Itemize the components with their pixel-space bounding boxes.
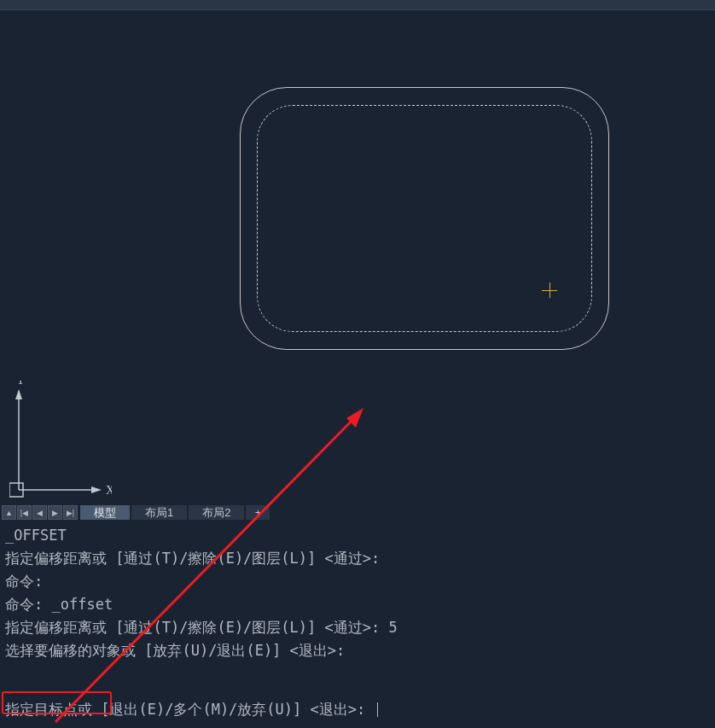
tab-nav-first[interactable]: |◀ <box>17 505 32 520</box>
ucs-x-label: X <box>106 484 112 497</box>
cmd-history-line: 指定偏移距离或 [通过(T)/擦除(E)/图层(L)] <通过>: <box>5 547 710 570</box>
title-bar-fragment <box>0 0 715 10</box>
tab-model[interactable]: 模型 <box>80 505 130 520</box>
cmd-history-line: _OFFSET <box>5 524 710 547</box>
svg-marker-3 <box>91 486 102 493</box>
drawing-canvas[interactable]: Y X <box>0 10 715 504</box>
command-history[interactable]: _OFFSET 指定偏移距离或 [通过(T)/擦除(E)/图层(L)] <通过>… <box>0 521 715 690</box>
tab-layout1[interactable]: 布局1 <box>131 505 187 520</box>
svg-marker-6 <box>346 408 363 428</box>
tab-add-button[interactable]: + <box>246 505 270 520</box>
command-input[interactable]: 指定目标点或 [退出(E)/多个(M)/放弃(U)] <退出>: <box>0 690 715 728</box>
cmd-history-line: 指定偏移距离或 [通过(T)/擦除(E)/图层(L)] <通过>: 5 <box>5 616 710 639</box>
tab-nav-up[interactable]: ▲ <box>2 505 16 520</box>
cmd-history-line: 选择要偏移的对象或 [放弃(U)/退出(E)] <退出>: <box>5 639 710 662</box>
svg-marker-1 <box>15 389 22 399</box>
offset-inner-rect-selected[interactable] <box>257 105 592 332</box>
tab-nav-next[interactable]: ▶ <box>48 505 62 520</box>
layout-tab-bar: ▲ |◀ ◀ ▶ ▶| 模型 布局1 布局2 + <box>0 504 715 521</box>
ucs-icon: Y X <box>9 381 112 500</box>
text-cursor <box>377 702 378 717</box>
tab-nav-last[interactable]: ▶| <box>63 505 78 520</box>
ucs-y-label: Y <box>16 381 25 387</box>
tab-nav-prev[interactable]: ◀ <box>32 505 47 520</box>
cmd-history-line: 命令: <box>5 570 710 593</box>
command-prompt-text: 指定目标点或 [退出(E)/多个(M)/放弃(U)] <退出>: <box>5 700 374 719</box>
tab-layout2[interactable]: 布局2 <box>189 505 244 520</box>
cmd-history-line: 命令: _offset <box>5 593 710 616</box>
